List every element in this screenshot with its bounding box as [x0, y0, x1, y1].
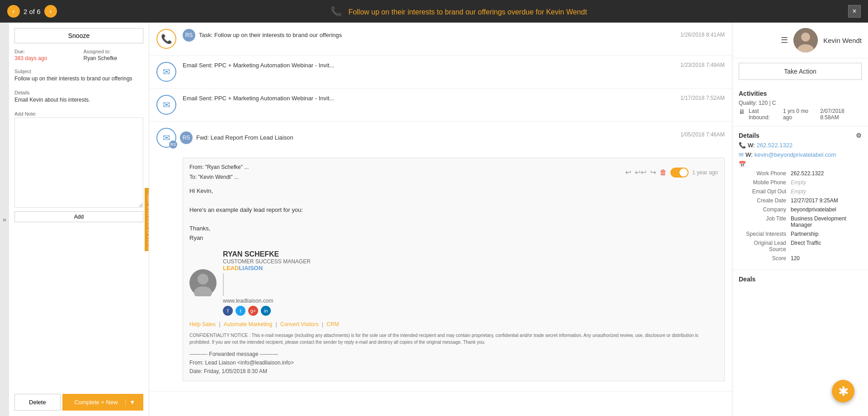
automate-marketing-link[interactable]: Automate Marketing [224, 321, 272, 327]
email-sign-name: Ryan [189, 234, 718, 243]
score-row: Score 120 [739, 255, 862, 262]
linkedin-icon[interactable]: in [261, 306, 271, 316]
nav-next-button[interactable]: › [44, 5, 57, 18]
take-action-button[interactable]: Take Action [739, 63, 862, 80]
activities-label: Activities [739, 90, 767, 97]
details-label: Details [14, 90, 143, 95]
work-phone-quick-value[interactable]: 262.522.1322 [757, 142, 862, 149]
sep2: | [276, 321, 278, 327]
activities-section: Activities Quality: 120 | C 🖥 Last Inbou… [732, 84, 868, 126]
score-value: 120 [791, 255, 862, 262]
last-inbound-value: 1 yrs 0 mo ago [783, 108, 816, 121]
job-title-value: Business Development Manager [791, 215, 862, 228]
add-button[interactable]: Add [14, 211, 143, 222]
contact-name: Kevin Wendt [823, 37, 862, 44]
activity-row-1: RS Task: Follow up on their interests to… [183, 29, 725, 42]
nav-current: 2 [24, 8, 27, 15]
calendar-icon: 📅 [739, 161, 746, 168]
forwarded-section: ---------- Forwarded message ---------- … [189, 350, 718, 376]
avatar-rs-1: RS [183, 29, 195, 42]
quality-row: Quality: 120 | C [739, 100, 862, 106]
email-quick-row: ✉ W: kevin@beyondprivatelabel.com [739, 151, 862, 158]
phone-icon: 📞 [330, 6, 342, 16]
delete-email-icon[interactable]: 🗑 [660, 168, 667, 177]
assigned-label: Assigned to: [84, 49, 144, 54]
original-lead-source-value: Direct Traffic [791, 240, 862, 252]
complete-new-button[interactable]: Complete + New ▼ [62, 394, 143, 411]
fab-button[interactable]: ✱ [832, 380, 854, 402]
special-interests-label: Special Interests [739, 231, 786, 237]
menu-icon[interactable]: ☰ [781, 35, 788, 45]
email-opt-out-value: Empty [791, 188, 862, 195]
activity-fwd-header-row: ✉ RS RS Fwd: Lead Report From Lead Liais… [156, 128, 725, 148]
due-col: Due: 383 days ago [14, 49, 75, 61]
work-phone-detail-label: Work Phone [739, 170, 786, 177]
convert-visitors-link[interactable]: Convert Visitors [280, 321, 318, 327]
snooze-button[interactable]: Snooze [14, 28, 143, 43]
add-note-label: Add Note: [14, 111, 143, 117]
special-interests-row: Special Interests Partnership [739, 231, 862, 237]
sig-website: www.leadliaison.com [223, 298, 311, 304]
sig-name: RYAN SCHEFKE [223, 250, 311, 258]
job-title-row: Job Title Business Development Manager [739, 215, 862, 228]
forwarded-from: From: Lead Liaison <info@leadliaison.inf… [189, 359, 718, 367]
bottom-buttons: Delete Complete + New ▼ [14, 388, 143, 411]
create-date-label: Create Date [739, 197, 786, 204]
complete-new-arrow-icon[interactable]: ▼ [125, 399, 139, 406]
gear-icon[interactable]: ⚙ [856, 132, 862, 139]
activities-title: Activities [739, 90, 862, 97]
email-to: To: "Kevin Wendt" ... [189, 173, 249, 182]
left-panel: Task Overview (6 overdue) Snooze Due: 38… [9, 23, 149, 416]
collapse-tab[interactable]: » [0, 23, 9, 416]
email-quick-icon: ✉ [739, 151, 744, 158]
original-lead-source-row: Original Lead Source Direct Traffic [739, 240, 862, 252]
email-quick-value[interactable]: kevin@beyondprivatelabel.com [755, 151, 862, 158]
top-title-text: Follow up on their interests to brand ou… [349, 8, 546, 16]
activity-icon-fwd: ✉ RS [156, 128, 176, 148]
crm-link[interactable]: CRM [326, 321, 339, 327]
forward-icon[interactable]: ↪ [650, 168, 656, 177]
email-from-to: From: "Ryan Schefke" ... To: "Kevin Wend… [189, 163, 249, 182]
sep1: | [219, 321, 222, 327]
work-phone-detail-row: Work Phone 262.522.1322 [739, 170, 862, 177]
facebook-icon[interactable]: f [223, 306, 233, 316]
email-toggle[interactable] [670, 168, 689, 178]
main-layout: » Task Overview (6 overdue) Snooze Due: … [0, 23, 868, 416]
email-links: Help Sales | Automate Marketing | Conver… [189, 321, 718, 327]
activity-title-2: Email Sent: PPC + Marketing Automation W… [183, 62, 334, 69]
help-sales-link[interactable]: Help Sales [189, 321, 216, 327]
note-textarea[interactable] [14, 117, 143, 208]
activity-timestamp-3: 1/17/2018 7:52AM [680, 95, 725, 101]
reply-icon[interactable]: ↩ [625, 168, 631, 177]
email-thanks: Thanks, [189, 224, 718, 234]
activity-icon-phone: 📞 [156, 29, 176, 49]
complete-new-label: Complete + New [67, 399, 125, 406]
activity-title-4: Fwd: Lead Report From Lead Liaison [196, 134, 293, 141]
activity-timestamp-2: 1/23/2018 7:49AM [680, 62, 725, 68]
mobile-phone-label: Mobile Phone [739, 179, 786, 186]
delete-button[interactable]: Delete [14, 394, 61, 411]
activity-timestamp-1: 1/26/2018 8:41AM [680, 32, 725, 38]
company-label: Company [739, 206, 786, 213]
subject-text: Follow up on their interests to brand ou… [14, 75, 143, 83]
confidentiality-notice: CONFIDENTIALITY NOTICE : This e-mail mes… [189, 332, 718, 346]
forwarded-header: ---------- Forwarded message ---------- [189, 350, 718, 359]
sig-avatar [189, 269, 217, 296]
activity-content-3: Email Sent: PPC + Marketing Automation W… [183, 95, 725, 103]
twitter-icon[interactable]: t [236, 306, 245, 316]
details-title-row: Details ⚙ [739, 132, 862, 139]
phone-quick-icon: 📞 [739, 142, 746, 149]
assigned-value: Ryan Schefke [84, 55, 144, 61]
googleplus-icon[interactable]: g+ [248, 306, 258, 316]
nav-prev-button[interactable]: ‹ [7, 5, 20, 18]
close-button[interactable]: × [848, 5, 861, 18]
fwd-title-row: RS Fwd: Lead Report From Lead Liaison [180, 131, 293, 144]
subject-label: Subject [14, 69, 143, 74]
reply-all-icon[interactable]: ↩↩ [635, 168, 646, 177]
quality-value: 120 | C [759, 100, 776, 106]
activity-header-1: Task: Follow up on their interests to br… [199, 32, 725, 39]
email-greeting: Hi Kevin, [189, 187, 718, 196]
sep3: | [322, 321, 325, 327]
due-label: Due: [14, 49, 75, 54]
meta-row: Due: 383 days ago Assigned to: Ryan Sche… [14, 49, 143, 61]
